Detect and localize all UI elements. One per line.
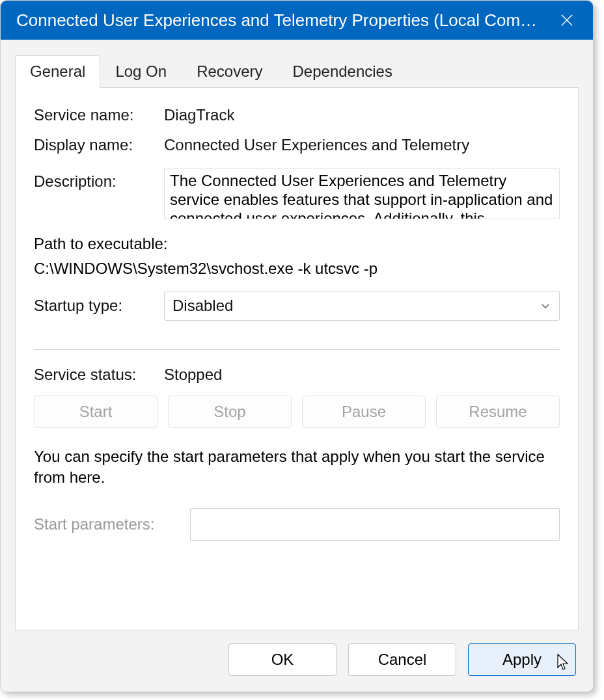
value-service-status: Stopped: [164, 366, 560, 384]
apply-button[interactable]: Apply: [468, 643, 576, 676]
label-service-status: Service status:: [34, 366, 164, 384]
tab-strip: General Log On Recovery Dependencies: [1, 40, 593, 88]
label-service-name: Service name:: [34, 106, 164, 124]
close-button[interactable]: [554, 7, 580, 33]
value-display-name: Connected User Experiences and Telemetry: [164, 136, 560, 154]
ok-button[interactable]: OK: [228, 643, 336, 676]
dialog-button-bar: OK Cancel Apply: [1, 630, 593, 692]
properties-dialog: Connected User Experiences and Telemetry…: [0, 0, 594, 692]
divider: [34, 349, 560, 350]
apply-button-label: Apply: [502, 651, 542, 668]
tab-panel-general: Service name: DiagTrack Display name: Co…: [15, 87, 579, 630]
label-description: Description:: [34, 168, 164, 191]
titlebar: Connected User Experiences and Telemetry…: [1, 1, 593, 40]
tab-dependencies[interactable]: Dependencies: [278, 55, 407, 88]
startup-type-select[interactable]: Disabled: [164, 291, 560, 321]
start-parameters-hint: You can specify the start parameters tha…: [34, 446, 560, 489]
label-display-name: Display name:: [34, 136, 164, 154]
startup-type-value: Disabled: [172, 297, 233, 315]
resume-button[interactable]: Resume: [436, 396, 560, 428]
window-title: Connected User Experiences and Telemetry…: [16, 10, 541, 31]
label-start-parameters: Start parameters:: [34, 515, 190, 533]
label-path-to-executable: Path to executable:: [34, 235, 560, 253]
cursor-icon: [556, 653, 570, 671]
cancel-button[interactable]: Cancel: [348, 643, 456, 676]
stop-button[interactable]: Stop: [168, 396, 292, 428]
label-startup-type: Startup type:: [34, 297, 164, 315]
close-icon: [560, 13, 574, 27]
pause-button[interactable]: Pause: [302, 396, 426, 428]
description-textarea[interactable]: [164, 168, 560, 219]
tab-log-on[interactable]: Log On: [100, 55, 182, 88]
tab-recovery[interactable]: Recovery: [182, 55, 277, 88]
value-path-to-executable: C:\WINDOWS\System32\svchost.exe -k utcsv…: [34, 260, 560, 278]
start-button[interactable]: Start: [34, 396, 158, 428]
start-parameters-input[interactable]: [190, 508, 560, 541]
tab-general[interactable]: General: [15, 55, 100, 88]
value-service-name: DiagTrack: [164, 106, 560, 124]
